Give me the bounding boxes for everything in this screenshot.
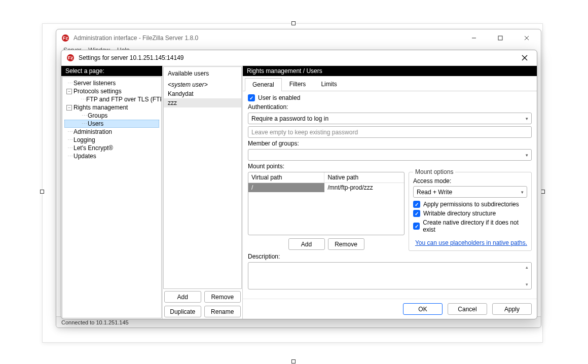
scroll-up-icon[interactable]: ▴ xyxy=(523,264,530,271)
user-system[interactable]: <system user> xyxy=(164,80,241,89)
writable-dir-checkbox[interactable]: ✓ xyxy=(413,210,420,217)
access-label: Access mode: xyxy=(413,177,451,185)
minimize-button[interactable] xyxy=(463,31,485,45)
apply-subdirs-label: Apply permissions to subdirectories xyxy=(423,201,519,208)
tree-users[interactable]: ⋯Users xyxy=(64,120,159,128)
duplicate-user-button[interactable]: Duplicate xyxy=(164,306,201,317)
page-list-panel: Select a page: ⋯Server listeners −Protoc… xyxy=(61,66,163,319)
sel-handle-top[interactable] xyxy=(291,21,296,25)
groups-label: Member of groups: xyxy=(248,140,532,147)
collapse-icon[interactable]: − xyxy=(66,105,72,111)
sel-handle-right[interactable] xyxy=(541,190,545,194)
right-header: Rights management / Users xyxy=(243,66,537,76)
dialog-titlebar[interactable]: Fz Settings for server 10.1.251.145:1414… xyxy=(61,50,537,65)
users-list-header: Available users xyxy=(164,67,241,80)
collapse-icon[interactable]: − xyxy=(66,89,72,94)
users-panel: x Available users <system user> Kandydat… xyxy=(163,66,243,319)
parent-titlebar[interactable]: Fz Administration interface - FileZilla … xyxy=(56,29,541,47)
tree-logging[interactable]: ⋯Logging xyxy=(64,136,159,144)
description-input[interactable]: ▴ ▾ xyxy=(248,262,532,289)
chevron-down-icon: ▾ xyxy=(526,153,528,158)
auth-label: Authentication: xyxy=(248,103,532,111)
close-button[interactable] xyxy=(516,31,538,45)
remove-user-button[interactable]: Remove xyxy=(204,291,241,303)
tree-groups[interactable]: ⋯Groups xyxy=(64,112,159,120)
user-row[interactable]: zzz xyxy=(164,98,241,107)
tree-administration[interactable]: ⋯Administration xyxy=(64,128,159,136)
add-user-button[interactable]: Add xyxy=(164,291,201,303)
svg-text:Fz: Fz xyxy=(63,35,68,41)
chevron-down-icon: ▾ xyxy=(521,190,524,195)
cell-virtual-path: / xyxy=(248,183,324,192)
cell-native-path: /mnt/ftp-prod/zzz xyxy=(324,183,404,192)
tree-updates[interactable]: ⋯Updates xyxy=(64,152,159,160)
rename-user-button[interactable]: Rename xyxy=(204,306,241,317)
create-native-checkbox[interactable]: ✓ xyxy=(413,223,420,230)
tree-ftp[interactable]: ⋯FTP and FTP over TLS (FTPS) xyxy=(64,95,159,103)
apply-button[interactable]: Apply xyxy=(492,303,532,315)
mount-row[interactable]: / /mnt/ftp-prod/zzz xyxy=(248,183,404,192)
access-select[interactable]: Read + Write ▾ xyxy=(413,186,527,198)
tab-filters[interactable]: Filters xyxy=(282,78,314,91)
right-panel: Rights management / Users General Filter… xyxy=(243,66,537,319)
tabs: General Filters Limits xyxy=(243,76,537,91)
dialog-close-button[interactable] xyxy=(516,51,534,64)
app-icon: Fz xyxy=(61,34,69,42)
cancel-button[interactable]: Cancel xyxy=(448,303,487,315)
tree-protocols[interactable]: −Protocols settings xyxy=(64,87,159,95)
svg-text:Fz: Fz xyxy=(68,55,73,60)
sel-handle-bottom[interactable] xyxy=(291,359,296,363)
page-tree[interactable]: ⋯Server listeners −Protocols settings ⋯F… xyxy=(62,77,162,318)
apply-subdirs-checkbox[interactable]: ✓ xyxy=(413,201,420,208)
add-mount-button[interactable]: Add xyxy=(288,238,325,250)
writable-dir-label: Writable directory structure xyxy=(423,210,496,217)
general-form: ✓ User is enabled Authentication: Requir… xyxy=(243,91,537,299)
mount-label: Mount points: xyxy=(248,163,532,170)
settings-dialog: Fz Settings for server 10.1.251.145:1414… xyxy=(61,50,537,319)
description-label: Description: xyxy=(248,253,532,260)
dialog-icon: Fz xyxy=(66,54,75,62)
mount-options-title: Mount options xyxy=(413,168,455,175)
tree-rights[interactable]: −Rights management xyxy=(64,103,159,112)
col-native-path[interactable]: Native path xyxy=(324,172,404,183)
dialog-title: Settings for server 10.1.251.145:14149 xyxy=(79,54,511,61)
tab-general[interactable]: General xyxy=(245,78,282,91)
status-text: Connected to 10.1.251.145 xyxy=(61,319,129,325)
create-native-label: Create native directory if it does not e… xyxy=(423,219,527,233)
page-list-header: Select a page: xyxy=(61,66,162,76)
auth-value: Require a password to log in xyxy=(251,115,328,122)
dialog-footer: OK Cancel Apply xyxy=(243,299,537,319)
enabled-checkbox[interactable]: ✓ xyxy=(248,94,255,101)
maximize-button[interactable] xyxy=(489,31,511,45)
tree-letsencrypt[interactable]: ⋯Let's Encrypt® xyxy=(64,144,159,152)
access-value: Read + Write xyxy=(417,189,452,196)
ok-button[interactable]: OK xyxy=(403,303,443,315)
mount-table[interactable]: Virtual path Native path / /mnt/ftp-prod… xyxy=(248,172,405,235)
auth-select[interactable]: Require a password to log in ▾ xyxy=(248,113,532,124)
svg-rect-3 xyxy=(498,36,502,40)
scroll-down-icon[interactable]: ▾ xyxy=(523,281,530,288)
col-virtual-path[interactable]: Virtual path xyxy=(248,172,324,183)
remove-mount-button[interactable]: Remove xyxy=(328,238,364,250)
password-input[interactable] xyxy=(248,126,532,138)
enabled-label: User is enabled xyxy=(258,94,300,101)
chevron-down-icon: ▾ xyxy=(526,116,528,121)
parent-title: Administration interface - FileZilla Ser… xyxy=(74,34,459,42)
groups-select[interactable]: ▾ xyxy=(248,149,532,161)
tab-limits[interactable]: Limits xyxy=(313,78,344,91)
mount-options-group: Mount options Access mode: Read + Write … xyxy=(409,172,532,251)
placeholders-link[interactable]: You can use placeholders in native paths… xyxy=(415,239,527,246)
sel-handle-left[interactable] xyxy=(40,190,44,194)
users-list[interactable]: Available users <system user> Kandydat z… xyxy=(163,66,242,289)
tree-server-listeners[interactable]: ⋯Server listeners xyxy=(64,79,159,87)
user-row[interactable]: Kandydat xyxy=(164,89,241,98)
